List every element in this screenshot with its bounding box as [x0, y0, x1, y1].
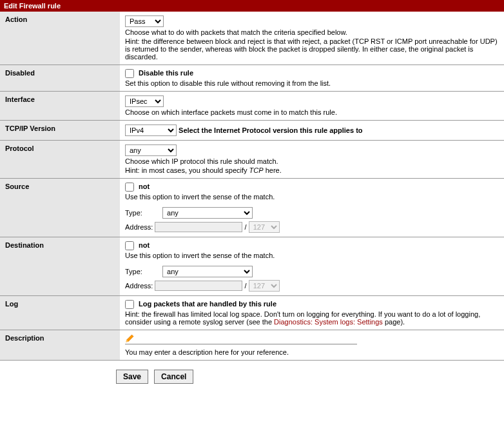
- protocol-select[interactable]: any: [125, 144, 177, 156]
- description-input[interactable]: [137, 334, 357, 343]
- row-description: Description You may enter a description …: [0, 330, 504, 361]
- destination-not-hint: Use this option to invert the sense of t…: [125, 252, 499, 259]
- cancel-button[interactable]: Cancel: [154, 370, 193, 384]
- pencil-icon: [125, 334, 134, 343]
- description-hint: You may enter a description here for you…: [125, 348, 499, 356]
- destination-address-input: [155, 281, 242, 291]
- log-checkbox-wrap[interactable]: Log packets that are handled by this rul…: [125, 300, 276, 308]
- destination-addr-label: Address:: [125, 282, 153, 290]
- destination-type-label: Type:: [125, 268, 160, 275]
- row-action: Action Pass Choose what to do with packe…: [0, 12, 504, 65]
- ipversion-inline: Select the Internet Protocol version thi…: [179, 126, 362, 134]
- action-hint2: Hint: the difference between block and r…: [125, 37, 499, 61]
- label-interface: Interface: [0, 92, 120, 121]
- label-protocol: Protocol: [0, 141, 120, 179]
- row-disabled: Disabled Disable this rule Set this opti…: [0, 65, 504, 92]
- label-log: Log: [0, 296, 120, 330]
- row-destination: Destination not Use this option to inver…: [0, 237, 504, 296]
- row-protocol: Protocol any Choose which IP protocol th…: [0, 141, 504, 179]
- interface-hint: Choose on which interface packets must c…: [125, 108, 499, 116]
- source-type-label: Type:: [125, 209, 160, 217]
- label-description: Description: [0, 330, 120, 361]
- source-type-select[interactable]: any: [162, 207, 253, 219]
- source-not-checkbox[interactable]: [125, 183, 134, 192]
- source-not-label: not: [139, 183, 150, 190]
- label-disabled: Disabled: [0, 65, 120, 92]
- disabled-checkbox-label: Disable this rule: [139, 69, 193, 77]
- source-mask-select: 127: [249, 221, 280, 233]
- source-address-input: [155, 222, 242, 232]
- protocol-hint2: Hint: in most cases, you should specify …: [125, 166, 499, 174]
- ipversion-select[interactable]: IPv4: [125, 124, 177, 136]
- source-not-hint: Use this option to invert the sense of t…: [125, 193, 499, 201]
- action-hint1: Choose what to do with packets that matc…: [125, 28, 499, 36]
- interface-select[interactable]: IPsec: [125, 95, 164, 107]
- log-checkbox-label: Log packets that are handled by this rul…: [139, 300, 276, 308]
- destination-not-checkbox[interactable]: [125, 241, 134, 250]
- destination-type-select[interactable]: any: [162, 266, 253, 277]
- log-checkbox[interactable]: [125, 300, 134, 309]
- save-button[interactable]: Save: [116, 370, 148, 384]
- button-row: Save Cancel: [0, 361, 504, 393]
- label-action: Action: [0, 12, 120, 65]
- row-ipversion: TCP/IP Version IPv4 Select the Internet …: [0, 121, 504, 141]
- log-hint: Hint: the firewall has limited local log…: [125, 310, 499, 326]
- destination-not-label: not: [139, 241, 150, 249]
- firewall-rule-form: Action Pass Choose what to do with packe…: [0, 12, 504, 361]
- disabled-hint: Set this option to disable this rule wit…: [125, 79, 499, 87]
- action-select[interactable]: Pass: [125, 15, 164, 27]
- protocol-hint1: Choose which IP protocol this rule shoul…: [125, 157, 499, 165]
- disabled-checkbox-wrap[interactable]: Disable this rule: [125, 69, 193, 77]
- source-not-wrap[interactable]: not: [125, 183, 150, 190]
- row-interface: Interface IPsec Choose on which interfac…: [0, 92, 504, 121]
- row-source: Source not Use this option to invert the…: [0, 179, 504, 237]
- label-source: Source: [0, 179, 120, 237]
- syslog-settings-link[interactable]: Diagnostics: System logs: Settings: [274, 318, 383, 326]
- source-addr-label: Address:: [125, 223, 153, 231]
- destination-mask-select: 127: [249, 280, 280, 292]
- panel-header: Edit Firewall rule: [0, 0, 504, 12]
- label-destination: Destination: [0, 237, 120, 296]
- disabled-checkbox[interactable]: [125, 69, 134, 78]
- row-log: Log Log packets that are handled by this…: [0, 296, 504, 330]
- destination-not-wrap[interactable]: not: [125, 241, 150, 249]
- label-ipversion: TCP/IP Version: [0, 121, 120, 141]
